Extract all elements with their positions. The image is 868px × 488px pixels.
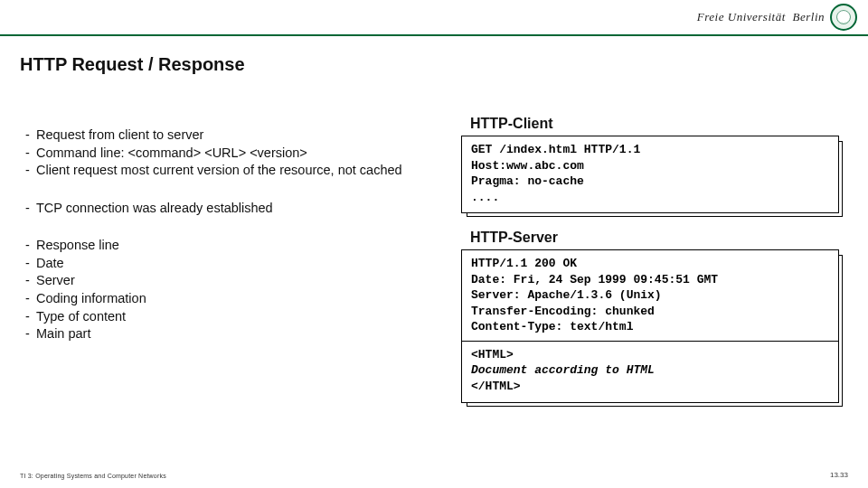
client-code-box: GET /index.html HTTP/1.1 Host:www.abc.co…	[461, 136, 839, 213]
client-code-content: GET /index.html HTTP/1.1 Host:www.abc.co…	[461, 136, 839, 213]
server-code-content: HTTP/1.1 200 OK Date: Fri, 24 Sep 1999 0…	[461, 249, 839, 402]
bullet-text: Main part	[36, 325, 441, 343]
bullet-text: Date	[36, 255, 441, 273]
server-code-box: HTTP/1.1 200 OK Date: Fri, 24 Sep 1999 0…	[461, 249, 839, 402]
server-body-doc: Document according to HTML	[471, 363, 655, 377]
footer-page: 13.33	[830, 471, 848, 479]
server-body-open: <HTML>	[471, 348, 514, 361]
university-name: Freie Universität Berlin	[697, 10, 825, 24]
bullet-text: Command line: <command> <URL> <version>	[36, 145, 441, 163]
bullet-group-response: -Response line -Date -Server -Coding inf…	[25, 237, 441, 343]
footer-course: TI 3: Operating Systems and Computer Net…	[20, 473, 166, 479]
seal-icon	[830, 4, 857, 31]
list-item: -Client request most current version of …	[25, 162, 441, 180]
slide-title: HTTP Request / Response	[20, 54, 245, 75]
university-name-part1: Freie Universität	[697, 10, 786, 23]
bullet-group-tcp: -TCP connection was already established	[25, 200, 441, 218]
list-item: -Type of content	[25, 308, 441, 326]
list-item: -Request from client to server	[25, 127, 441, 145]
header-bar: Freie Universität Berlin	[0, 0, 868, 36]
code-column: HTTP-Client GET /index.html HTTP/1.1 Hos…	[461, 116, 839, 419]
bullet-column: -Request from client to server -Command …	[25, 127, 441, 363]
bullet-text: Response line	[36, 237, 441, 255]
list-item: -Coding information	[25, 290, 441, 308]
bullet-text: Coding information	[36, 290, 441, 308]
server-box-label: HTTP-Server	[470, 230, 839, 246]
bullet-text: TCP connection was already established	[36, 200, 441, 218]
bullet-text: Request from client to server	[36, 127, 441, 145]
bullet-text: Client request most current version of t…	[36, 162, 441, 180]
server-body-close: </HTML>	[471, 380, 521, 393]
list-item: -Response line	[25, 237, 441, 255]
university-name-part2: Berlin	[793, 10, 826, 23]
bullet-text: Server	[36, 272, 441, 290]
server-headers: HTTP/1.1 200 OK Date: Fri, 24 Sep 1999 0…	[471, 257, 718, 333]
bullet-text: Type of content	[36, 308, 441, 326]
list-item: -Main part	[25, 325, 441, 343]
client-box-label: HTTP-Client	[470, 116, 839, 132]
list-item: -Command line: <command> <URL> <version>	[25, 145, 441, 163]
list-item: -Date	[25, 255, 441, 273]
list-item: -Server	[25, 272, 441, 290]
bullet-group-request: -Request from client to server -Command …	[25, 127, 441, 180]
list-item: -TCP connection was already established	[25, 200, 441, 218]
